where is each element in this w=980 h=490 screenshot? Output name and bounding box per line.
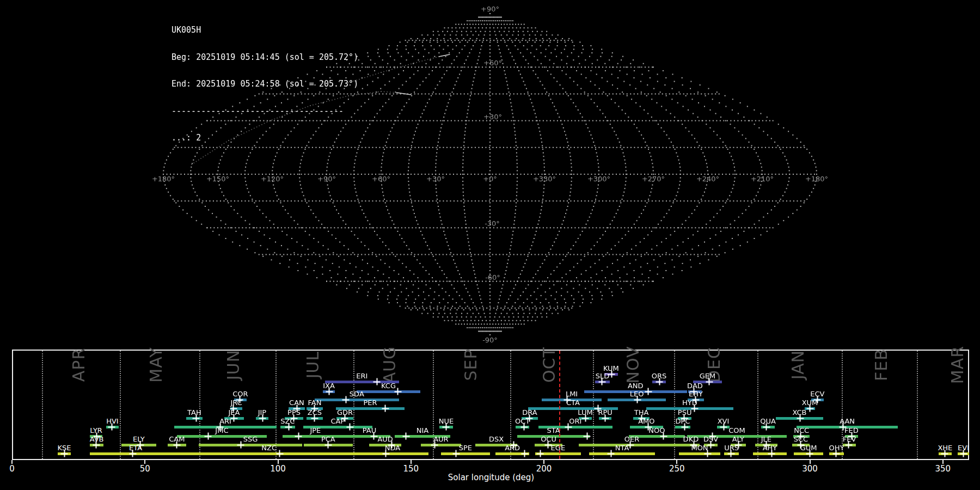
shower-code-label: JPE bbox=[310, 426, 321, 434]
shower-peak-marker bbox=[584, 433, 591, 440]
end-time-line: End: 20251019 05:24:58 (sol = 205.73°) bbox=[171, 79, 358, 89]
shower-code-label: PAU bbox=[363, 426, 376, 434]
shower-code-label: AUD bbox=[377, 435, 393, 443]
shower-code-label: EGE bbox=[551, 444, 566, 452]
shower-code-label: ORS bbox=[652, 372, 667, 380]
header-separator: ----------------------------------- bbox=[171, 107, 358, 116]
shower-code-label: LUM bbox=[578, 408, 592, 416]
right-ascension-grid-label: +330° bbox=[533, 175, 556, 183]
shower-code-label: XCB bbox=[792, 408, 806, 416]
month-label: NOV bbox=[623, 346, 642, 383]
x-axis-tick-label: 0 bbox=[9, 464, 15, 474]
shower-code-label: PPS bbox=[287, 408, 301, 416]
shower-code-label: EVI bbox=[958, 444, 969, 452]
x-axis-tick-label: 300 bbox=[802, 464, 818, 474]
shower-code-label: XHE bbox=[938, 444, 952, 452]
shower-code-label: AAN bbox=[840, 417, 855, 425]
shower-activity-bar bbox=[357, 452, 428, 455]
shower-code-label: NCC bbox=[794, 426, 809, 434]
declination-grid-label: -30° bbox=[485, 219, 500, 228]
shower-peak-marker bbox=[608, 450, 615, 457]
x-axis-tick bbox=[810, 460, 811, 464]
month-label: JAN bbox=[788, 350, 807, 379]
x-axis-tick bbox=[543, 460, 544, 464]
right-ascension-grid-label: +0° bbox=[483, 175, 497, 183]
shower-peak-marker bbox=[373, 378, 381, 385]
month-label: MAR bbox=[947, 346, 966, 384]
shower-activity-bar bbox=[199, 444, 302, 446]
right-ascension-grid-label: +210° bbox=[751, 175, 774, 183]
shower-code-label: URS bbox=[724, 444, 739, 452]
shower-code-label: QUA bbox=[760, 417, 776, 425]
right-ascension-grid-label: +240° bbox=[696, 175, 719, 183]
shower-code-label: DRA bbox=[522, 408, 537, 416]
x-axis-tick bbox=[144, 460, 145, 464]
shower-code-label: ORI bbox=[569, 417, 581, 425]
shower-code-label: OCT bbox=[515, 417, 530, 425]
shower-code-label: NOO bbox=[648, 426, 665, 434]
month-boundary-line bbox=[275, 351, 277, 459]
shower-code-label: MON bbox=[691, 444, 708, 452]
shower-code-label: JEA bbox=[228, 408, 240, 416]
shower-activity-bar bbox=[589, 452, 655, 455]
shower-code-label: NIA bbox=[416, 426, 428, 434]
x-axis-tick-label: 250 bbox=[669, 464, 685, 474]
month-boundary-line bbox=[757, 351, 758, 459]
shower-code-label: TAH bbox=[187, 408, 201, 416]
month-label: APR bbox=[69, 348, 88, 382]
shower-activity-bar bbox=[181, 452, 357, 455]
shower-activity-bar bbox=[315, 399, 399, 401]
shower-code-label: ETA bbox=[129, 444, 142, 452]
shower-code-label: PCA bbox=[321, 435, 335, 443]
x-axis-tick-label: 150 bbox=[403, 464, 419, 474]
shower-code-label: SCC bbox=[794, 435, 808, 443]
shower-code-label: HVI bbox=[106, 417, 119, 425]
month-boundary-line bbox=[674, 351, 675, 459]
shower-code-label: ALY bbox=[732, 435, 744, 443]
shower-peak-marker bbox=[537, 450, 544, 457]
month-boundary-line bbox=[120, 351, 121, 459]
shower-code-label: AVB bbox=[90, 435, 104, 443]
shower-code-label: ECV bbox=[810, 390, 824, 398]
shower-code-label: AMO bbox=[638, 417, 654, 425]
shower-code-label: NDA bbox=[385, 444, 400, 452]
x-axis-tick bbox=[278, 460, 279, 464]
shower-activity-bar bbox=[357, 390, 420, 393]
shower-code-label: AND bbox=[628, 382, 644, 390]
shower-code-label: CTA bbox=[566, 399, 580, 407]
shower-code-label: PSU bbox=[678, 408, 692, 416]
declination-grid-label: +90° bbox=[481, 5, 499, 13]
month-label: SEP bbox=[461, 348, 480, 381]
shower-code-label: CAM bbox=[169, 435, 185, 443]
shower-code-label: FEV bbox=[843, 435, 856, 443]
shower-code-label: SPE bbox=[459, 444, 472, 452]
month-label: FEB bbox=[871, 348, 890, 381]
shower-code-label: XUM bbox=[802, 399, 818, 407]
shower-peak-marker bbox=[645, 388, 652, 395]
shower-code-label: ARI bbox=[219, 417, 231, 425]
declination-grid-label: +60° bbox=[483, 59, 502, 67]
shower-code-label: SZC bbox=[280, 417, 295, 425]
right-ascension-grid-label: +180° bbox=[152, 175, 175, 183]
shower-code-label: COR bbox=[232, 390, 248, 398]
shower-code-label: KUM bbox=[603, 364, 619, 372]
x-axis-tick-label: 350 bbox=[935, 464, 951, 474]
shower-code-label: DPC bbox=[676, 417, 690, 425]
shower-peak-marker bbox=[402, 433, 409, 440]
month-label: AUG bbox=[380, 346, 399, 384]
shower-code-label: RPU bbox=[598, 408, 612, 416]
shower-code-label: NZC bbox=[261, 444, 277, 452]
right-ascension-grid-label: +150° bbox=[206, 175, 229, 183]
shower-code-label: OHY bbox=[829, 444, 844, 452]
shower-code-label: CAP bbox=[331, 417, 345, 425]
shower-code-label: FAN bbox=[308, 399, 321, 407]
shower-code-label: ZCS bbox=[308, 408, 322, 416]
shower-code-label: DSX bbox=[489, 435, 504, 443]
x-axis-tick-label: 100 bbox=[270, 464, 286, 474]
shower-activity-bar bbox=[283, 435, 348, 438]
shower-code-label: NTA bbox=[615, 444, 629, 452]
declination-grid-label: +30° bbox=[483, 113, 502, 121]
declination-grid-label: -90° bbox=[482, 336, 498, 344]
declination-grid-label: -60° bbox=[485, 273, 500, 281]
x-axis-tick bbox=[411, 460, 412, 464]
